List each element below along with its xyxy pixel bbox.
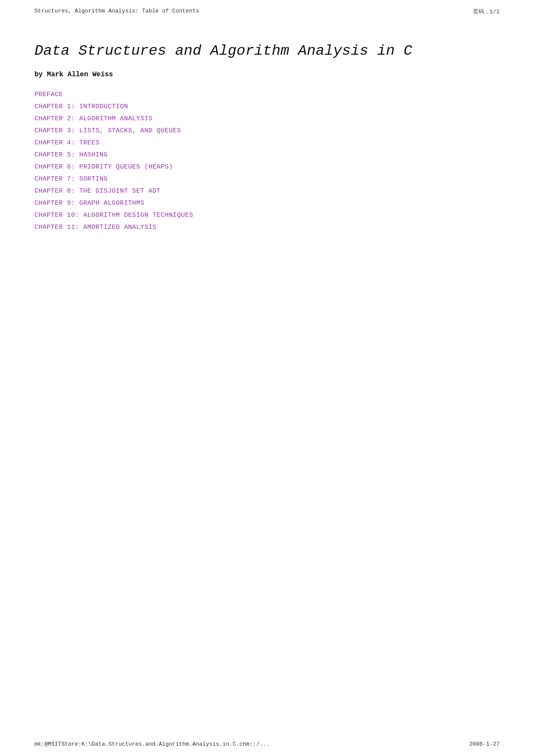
toc-link-3[interactable]: CHAPTER 3: LISTS, STACKS, AND QUEUES <box>34 127 181 134</box>
list-item: CHAPTER 5: HASHING <box>34 151 500 159</box>
list-item: CHAPTER 4: TREES <box>34 139 500 147</box>
book-title: Data Structures and Algorithm Analysis i… <box>34 41 500 60</box>
header-right: 页码，1/1 <box>473 8 500 16</box>
list-item: CHAPTER 1: INTRODUCTION <box>34 103 500 110</box>
list-item: CHAPTER 9: GRAPH ALGORITHMS <box>34 199 500 207</box>
toc-link-1[interactable]: CHAPTER 1: INTRODUCTION <box>34 103 128 110</box>
list-item: CHAPTER 7: SORTING <box>34 175 500 183</box>
footer-left: mk:@MSITStore:K:\Data.Structures.and.Alg… <box>34 741 270 747</box>
toc-link-5[interactable]: CHAPTER 5: HASHING <box>34 151 108 159</box>
toc-link-11[interactable]: CHAPTER 11: AMORTIZED ANALYSIS <box>34 224 157 231</box>
toc-link-9[interactable]: CHAPTER 9: GRAPH ALGORITHMS <box>34 200 144 207</box>
footer-right: 2006-1-27 <box>469 741 500 747</box>
list-item: CHAPTER 2: ALGORITHM ANALYSIS <box>34 115 500 122</box>
toc-link-7[interactable]: CHAPTER 7: SORTING <box>34 175 108 183</box>
toc-link-4[interactable]: CHAPTER 4: TREES <box>34 139 99 147</box>
toc-link-6[interactable]: CHAPTER 6: PRIORITY QUEUES (HEAPS) <box>34 163 173 171</box>
author: by Mark Allen Weiss <box>34 71 500 78</box>
header-left: Structures, Algorithm Analysis: Table of… <box>34 8 199 16</box>
toc-link-8[interactable]: CHAPTER 8: THE DISJOINT SET ADT <box>34 187 161 195</box>
list-item: CHAPTER 10: ALGORITHM DESIGN TECHNIQUES <box>34 211 500 219</box>
list-item: CHAPTER 11: AMORTIZED ANALYSIS <box>34 223 500 231</box>
list-item: PREFACE <box>34 91 500 98</box>
toc-link-0[interactable]: PREFACE <box>34 91 63 98</box>
toc-link-10[interactable]: CHAPTER 10: ALGORITHM DESIGN TECHNIQUES <box>34 212 193 219</box>
toc-link-2[interactable]: CHAPTER 2: ALGORITHM ANALYSIS <box>34 115 152 122</box>
list-item: CHAPTER 3: LISTS, STACKS, AND QUEUES <box>34 127 500 134</box>
table-of-contents: PREFACECHAPTER 1: INTRODUCTIONCHAPTER 2:… <box>34 91 500 231</box>
list-item: CHAPTER 8: THE DISJOINT SET ADT <box>34 187 500 195</box>
list-item: CHAPTER 6: PRIORITY QUEUES (HEAPS) <box>34 163 500 171</box>
